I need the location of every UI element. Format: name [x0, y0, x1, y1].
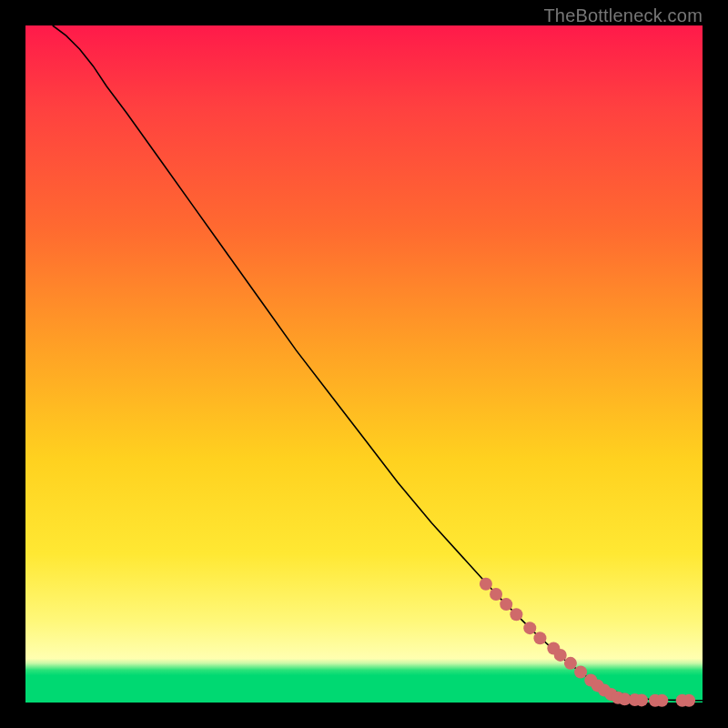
marker-point — [490, 588, 502, 601]
marker-point — [510, 608, 522, 621]
marker-point — [635, 693, 648, 706]
marker-point — [574, 666, 587, 679]
watermark-label: TheBottleneck.com — [543, 5, 703, 26]
marker-point — [533, 632, 546, 644]
marker-point — [564, 657, 577, 670]
chart-overlay — [25, 25, 703, 703]
marker-point — [480, 578, 492, 591]
marker-point — [554, 649, 567, 662]
marker-point — [523, 622, 536, 634]
marker-point — [682, 694, 695, 707]
chart-frame: TheBottleneck.com — [0, 0, 728, 728]
scatter-markers — [480, 578, 695, 707]
marker-point — [655, 694, 668, 707]
marker-point — [500, 598, 512, 611]
curve — [53, 25, 703, 701]
